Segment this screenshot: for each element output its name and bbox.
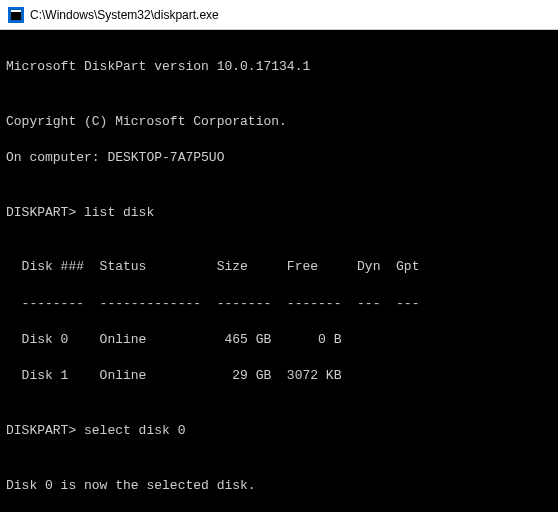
prompt-select-disk: DISKPART> select disk 0 [6, 422, 552, 440]
computer-line: On computer: DESKTOP-7A7P5UO [6, 149, 552, 167]
window-titlebar[interactable]: C:\Windows\System32\diskpart.exe [0, 0, 558, 30]
cmd-icon [8, 7, 24, 23]
terminal-output[interactable]: Microsoft DiskPart version 10.0.17134.1 … [0, 30, 558, 512]
copyright-line: Copyright (C) Microsoft Corporation. [6, 113, 552, 131]
window-title: C:\Windows\System32\diskpart.exe [30, 8, 219, 22]
disk-table-divider: -------- ------------- ------- ------- -… [6, 295, 552, 313]
table-row: Disk 1 Online 29 GB 3072 KB [6, 367, 552, 385]
version-line: Microsoft DiskPart version 10.0.17134.1 [6, 58, 552, 76]
disk-table-header: Disk ### Status Size Free Dyn Gpt [6, 258, 552, 276]
table-row: Disk 0 Online 465 GB 0 B [6, 331, 552, 349]
prompt-list-disk: DISKPART> list disk [6, 204, 552, 222]
msg-disk-selected: Disk 0 is now the selected disk. [6, 477, 552, 495]
